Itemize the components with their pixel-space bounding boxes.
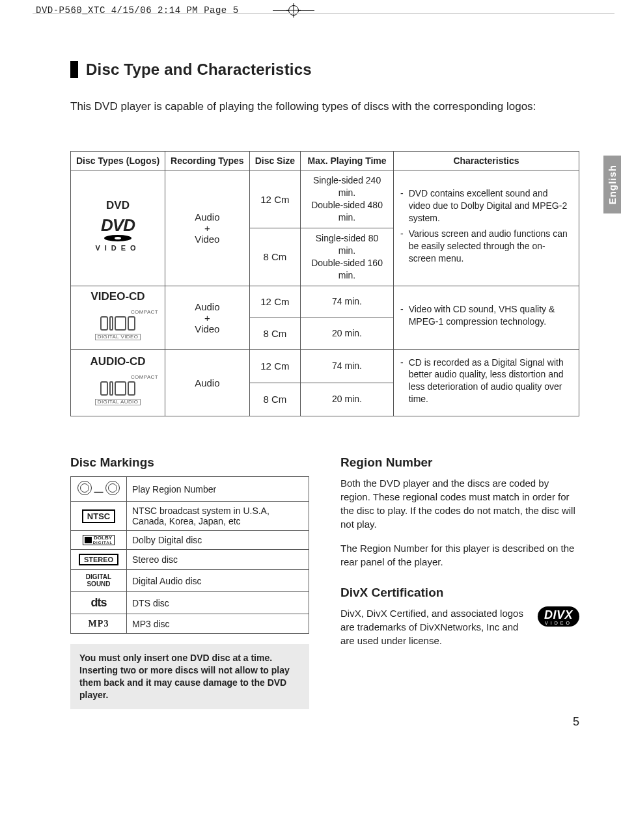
ntsc-mark: NTSC (82, 509, 115, 523)
size-cell: 8 Cm (249, 383, 300, 416)
globe-icon (77, 481, 92, 495)
mark-desc: MP3 disc (127, 614, 309, 634)
char-item: DVD contains excellent sound and video d… (409, 187, 572, 224)
globe-icon (105, 481, 120, 495)
dvd-video-logo: DVD VIDEO (76, 216, 159, 257)
divx-title: DivX Certification (340, 586, 579, 600)
table-row: STEREO Stereo disc (71, 550, 309, 570)
characteristics-cell: Video with CD sound, VHS quality & MPEG-… (393, 286, 579, 349)
mp3-mark: MP3 (89, 619, 109, 629)
cd-sub-text: DIGITAL VIDEO (95, 334, 141, 340)
dolby-sub: DIGITAL (93, 541, 113, 545)
region-paragraph-1: Both the DVD player and the discs are co… (340, 476, 579, 531)
disc-markings-table: — Play Region Number NTSC NTSC broadcast… (70, 476, 309, 634)
mark-icon-cell: MP3 (71, 614, 127, 634)
disc-markings-title: Disc Markings (70, 455, 309, 470)
time-cell: 20 min. (301, 383, 394, 416)
table-row: MP3 MP3 disc (71, 614, 309, 634)
time-cell: Single-sided 240 min. Double-sided 480 m… (301, 170, 394, 228)
table-row: DVD DVD VIDEO Audio + Video 12 Cm Single… (71, 170, 579, 228)
recording-cell: Audio + Video (165, 286, 250, 349)
dvd-logo-top: DVD (101, 219, 135, 232)
cd-compact-text: COMPACT (131, 375, 158, 380)
time-cell: 20 min. (301, 318, 394, 349)
print-job-text: DVD-P560_XTC 4/15/06 2:14 PM Page 5 (36, 5, 239, 16)
language-tab: English (603, 156, 621, 213)
table-row: AUDIO-CD COMPACT DIGITAL AUDIO Audio 12 … (71, 349, 579, 383)
divx-logo: DIVX VIDEO (538, 606, 579, 627)
table-row: DOLBY DIGITAL Dolby Digital disc (71, 531, 309, 550)
size-cell: 12 Cm (249, 349, 300, 383)
region-number-title: Region Number (340, 455, 579, 470)
time-cell: Single-sided 80 min. Double-sided 160 mi… (301, 228, 394, 286)
size-cell: 8 Cm (249, 228, 300, 286)
th-max-time: Max. Playing Time (301, 152, 394, 170)
disc-type-cell: DVD DVD VIDEO (71, 170, 165, 286)
intro-paragraph: This DVD player is capable of playing th… (70, 100, 579, 113)
mark-icon-cell: DOLBY DIGITAL (71, 531, 127, 550)
disc-label: VIDEO-CD (76, 290, 159, 303)
disc-type-table: Disc Types (Logos) Recording Types Disc … (70, 151, 579, 416)
th-characteristics: Characteristics (393, 152, 579, 170)
size-cell: 8 Cm (249, 318, 300, 349)
compact-disc-video-logo: COMPACT DIGITAL VIDEO (76, 307, 159, 345)
dvd-logo-bottom: VIDEO (95, 244, 140, 252)
char-item: Various screen and audio functions can b… (409, 228, 572, 265)
mark-desc: DTS disc (127, 592, 309, 614)
compact-disc-audio-logo: COMPACT DIGITAL AUDIO (76, 372, 159, 411)
time-cell: 74 min. (301, 286, 394, 318)
characteristics-cell: CD is recorded as a Digital Signal with … (393, 349, 579, 416)
page-number: 5 (573, 715, 579, 729)
disc-label: AUDIO-CD (76, 355, 159, 368)
divx-logo-main: DIVX (544, 609, 573, 621)
size-cell: 12 Cm (249, 286, 300, 318)
mark-desc: Play Region Number (127, 477, 309, 502)
mark-desc: Dolby Digital disc (127, 531, 309, 550)
recording-cell: Audio (165, 349, 250, 416)
th-recording: Recording Types (165, 152, 250, 170)
disc-type-cell: VIDEO-CD COMPACT DIGITAL VIDEO (71, 286, 165, 349)
digital-sound-mark: DIGITAL SOUND (76, 574, 121, 588)
dvd-disc-icon (104, 235, 131, 241)
stereo-mark: STEREO (79, 554, 118, 565)
size-cell: 12 Cm (249, 170, 300, 228)
time-cell: 74 min. (301, 349, 394, 383)
mark-icon-cell: STEREO (71, 550, 127, 570)
mark-icon-cell: DIGITAL SOUND (71, 570, 127, 592)
mark-icon-cell: dts (71, 592, 127, 614)
divx-text: DivX, DivX Certified, and associated log… (340, 606, 529, 647)
region-paragraph-2: The Region Number for this player is des… (340, 541, 579, 569)
mark-icon-cell: NTSC (71, 502, 127, 531)
cd-glyph-icon (100, 316, 135, 331)
table-row: VIDEO-CD COMPACT DIGITAL VIDEO Audio + V… (71, 286, 579, 318)
cd-compact-text: COMPACT (131, 310, 158, 315)
cd-glyph-icon (100, 381, 135, 396)
table-row: NTSC NTSC broadcast system in U.S.A, Can… (71, 502, 309, 531)
top-hairline (33, 13, 614, 14)
divx-logo-sub: VIDEO (544, 621, 573, 625)
recording-cell: Audio + Video (165, 170, 250, 286)
warning-box: You must only insert one DVD disc at a t… (70, 644, 309, 709)
dolby-dd-icon (85, 537, 92, 543)
registration-mark-top (273, 5, 314, 16)
mark-desc: NTSC broadcast system in U.S.A, Canada, … (127, 502, 309, 531)
dts-mark: dts (91, 596, 107, 609)
disc-type-cell: AUDIO-CD COMPACT DIGITAL AUDIO (71, 349, 165, 416)
cd-sub-text: DIGITAL AUDIO (95, 399, 141, 405)
char-item: Video with CD sound, VHS quality & MPEG-… (409, 303, 572, 328)
char-item: CD is recorded as a Digital Signal with … (409, 357, 572, 406)
mark-icon-cell: — (71, 477, 127, 502)
table-row: dts DTS disc (71, 592, 309, 614)
th-disc-types: Disc Types (Logos) (71, 152, 165, 170)
characteristics-cell: DVD contains excellent sound and video d… (393, 170, 579, 286)
mark-desc: Digital Audio disc (127, 570, 309, 592)
section-title: Disc Type and Characteristics (70, 61, 579, 78)
table-row: DIGITAL SOUND Digital Audio disc (71, 570, 309, 592)
mark-desc: Stereo disc (127, 550, 309, 570)
disc-label: DVD (76, 199, 159, 212)
th-disc-size: Disc Size (249, 152, 300, 170)
table-row: — Play Region Number (71, 477, 309, 502)
dolby-text: DOLBY (93, 535, 113, 541)
dolby-digital-mark: DOLBY DIGITAL (83, 535, 115, 545)
